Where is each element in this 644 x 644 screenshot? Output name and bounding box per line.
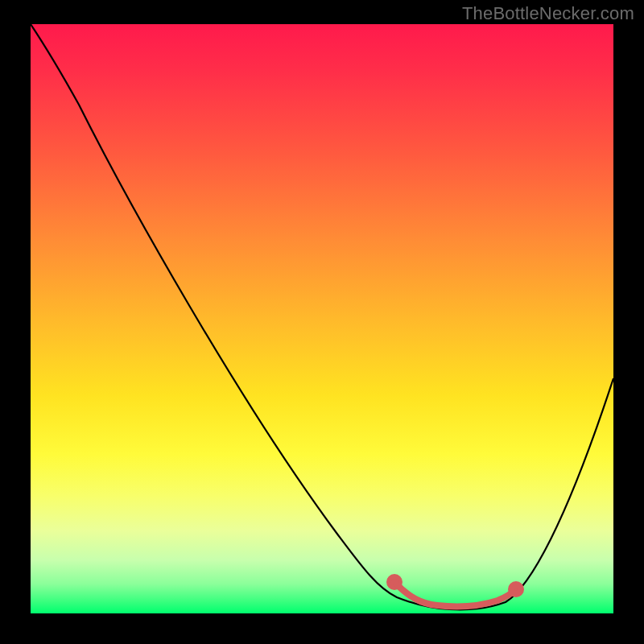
bottleneck-curve — [31, 24, 613, 609]
curve-layer — [31, 24, 613, 613]
chart-frame: TheBottleNecker.com — [0, 0, 644, 644]
attribution-text: TheBottleNecker.com — [462, 3, 634, 24]
svg-point-1 — [511, 584, 521, 594]
plot-area — [31, 24, 613, 613]
